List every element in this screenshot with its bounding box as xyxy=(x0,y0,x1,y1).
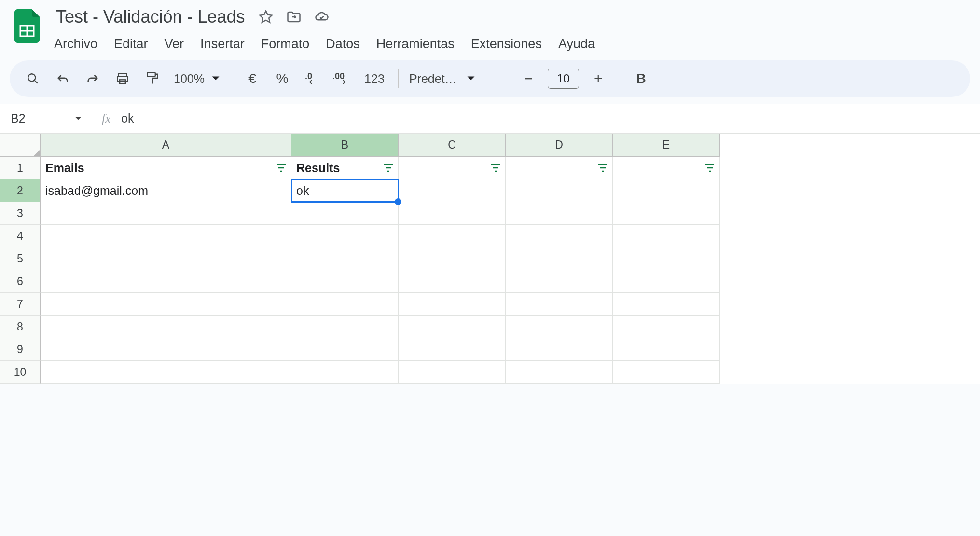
cell-A9[interactable] xyxy=(41,338,291,361)
cell-A3[interactable] xyxy=(41,202,291,225)
cell-D8[interactable] xyxy=(506,316,613,338)
cell-E7[interactable] xyxy=(613,293,720,316)
paint-format-icon[interactable] xyxy=(142,68,163,89)
cell-B7[interactable] xyxy=(291,293,399,316)
row-header-6[interactable]: 6 xyxy=(0,270,41,293)
cell-A4[interactable] xyxy=(41,225,291,247)
formula-input[interactable] xyxy=(121,111,980,125)
menu-archivo[interactable]: Archivo xyxy=(54,37,97,52)
chevron-down-icon[interactable] xyxy=(74,116,82,121)
cell-C9[interactable] xyxy=(399,338,506,361)
cell-E8[interactable] xyxy=(613,316,720,338)
cell-A1[interactable]: Emails xyxy=(41,157,291,179)
sheets-logo[interactable] xyxy=(14,9,41,43)
filter-icon[interactable] xyxy=(597,162,608,174)
menu-editar[interactable]: Editar xyxy=(114,37,148,52)
cell-C10[interactable] xyxy=(399,361,506,384)
cell-A8[interactable] xyxy=(41,316,291,338)
bold-button[interactable]: B xyxy=(631,68,652,89)
cell-E2[interactable] xyxy=(613,179,720,202)
filter-icon[interactable] xyxy=(704,162,716,174)
cell-C7[interactable] xyxy=(399,293,506,316)
row-header-3[interactable]: 3 xyxy=(0,202,41,225)
cell-C3[interactable] xyxy=(399,202,506,225)
star-icon[interactable] xyxy=(259,10,273,24)
cell-D2[interactable] xyxy=(506,179,613,202)
cell-A10[interactable] xyxy=(41,361,291,384)
cell-B10[interactable] xyxy=(291,361,399,384)
number-format-button[interactable]: 123 xyxy=(361,68,387,89)
spreadsheet-grid[interactable]: A B C D E 1 Emails Results xyxy=(0,134,980,384)
cell-C6[interactable] xyxy=(399,270,506,293)
menu-herramientas[interactable]: Herramientas xyxy=(376,37,455,52)
menu-extensiones[interactable]: Extensiones xyxy=(471,37,542,52)
row-header-1[interactable]: 1 xyxy=(0,157,41,179)
name-box[interactable]: B2 xyxy=(0,111,92,125)
cell-D4[interactable] xyxy=(506,225,613,247)
print-icon[interactable] xyxy=(112,68,133,89)
font-family-select[interactable]: Predet… xyxy=(409,72,457,86)
cell-D7[interactable] xyxy=(506,293,613,316)
decrease-font-size-button[interactable]: − xyxy=(518,68,539,89)
decrease-decimals-icon[interactable]: .0 xyxy=(302,68,323,89)
undo-icon[interactable] xyxy=(52,68,73,89)
cell-E6[interactable] xyxy=(613,270,720,293)
cell-E9[interactable] xyxy=(613,338,720,361)
cell-A5[interactable] xyxy=(41,247,291,270)
filter-icon[interactable] xyxy=(490,162,501,174)
cell-C5[interactable] xyxy=(399,247,506,270)
cell-C2[interactable] xyxy=(399,179,506,202)
cell-E3[interactable] xyxy=(613,202,720,225)
cell-B6[interactable] xyxy=(291,270,399,293)
cell-B8[interactable] xyxy=(291,316,399,338)
column-header-D[interactable]: D xyxy=(506,134,613,157)
percent-format-button[interactable]: % xyxy=(272,68,293,89)
column-header-C[interactable]: C xyxy=(399,134,506,157)
cell-E1[interactable] xyxy=(613,157,720,179)
cell-A2[interactable]: isabad@gmail.com xyxy=(41,179,291,202)
cell-E10[interactable] xyxy=(613,361,720,384)
cell-C4[interactable] xyxy=(399,225,506,247)
font-size-input[interactable]: 10 xyxy=(548,69,579,89)
row-header-9[interactable]: 9 xyxy=(0,338,41,361)
move-to-folder-icon[interactable] xyxy=(287,10,301,24)
currency-format-button[interactable]: € xyxy=(242,68,263,89)
column-header-E[interactable]: E xyxy=(613,134,720,157)
filter-icon[interactable] xyxy=(383,162,394,174)
redo-icon[interactable] xyxy=(82,68,103,89)
chevron-down-icon[interactable] xyxy=(211,76,220,82)
cell-B1[interactable]: Results xyxy=(291,157,399,179)
cell-A7[interactable] xyxy=(41,293,291,316)
cell-D10[interactable] xyxy=(506,361,613,384)
menu-datos[interactable]: Datos xyxy=(326,37,360,52)
cell-C8[interactable] xyxy=(399,316,506,338)
row-header-2[interactable]: 2 xyxy=(0,179,41,202)
row-header-5[interactable]: 5 xyxy=(0,247,41,270)
cell-D3[interactable] xyxy=(506,202,613,225)
row-header-4[interactable]: 4 xyxy=(0,225,41,247)
menu-ayuda[interactable]: Ayuda xyxy=(558,37,595,52)
cell-B2[interactable]: ok xyxy=(291,179,399,202)
increase-font-size-button[interactable]: + xyxy=(588,68,609,89)
column-header-B[interactable]: B xyxy=(291,134,399,157)
zoom-level[interactable]: 100% xyxy=(174,72,205,86)
cell-C1[interactable] xyxy=(399,157,506,179)
cell-B9[interactable] xyxy=(291,338,399,361)
cell-D1[interactable] xyxy=(506,157,613,179)
cell-D9[interactable] xyxy=(506,338,613,361)
cell-E4[interactable] xyxy=(613,225,720,247)
cell-B5[interactable] xyxy=(291,247,399,270)
menu-formato[interactable]: Formato xyxy=(261,37,310,52)
cell-E5[interactable] xyxy=(613,247,720,270)
increase-decimals-icon[interactable]: .00 xyxy=(331,68,353,89)
cell-B3[interactable] xyxy=(291,202,399,225)
cell-B4[interactable] xyxy=(291,225,399,247)
selection-handle[interactable] xyxy=(395,198,401,205)
cell-D5[interactable] xyxy=(506,247,613,270)
row-header-10[interactable]: 10 xyxy=(0,361,41,384)
chevron-down-icon[interactable] xyxy=(467,76,475,82)
filter-icon[interactable] xyxy=(276,162,287,174)
search-icon[interactable] xyxy=(22,68,43,89)
document-title[interactable]: Test - Validación - Leads xyxy=(54,6,247,28)
menu-ver[interactable]: Ver xyxy=(165,37,184,52)
